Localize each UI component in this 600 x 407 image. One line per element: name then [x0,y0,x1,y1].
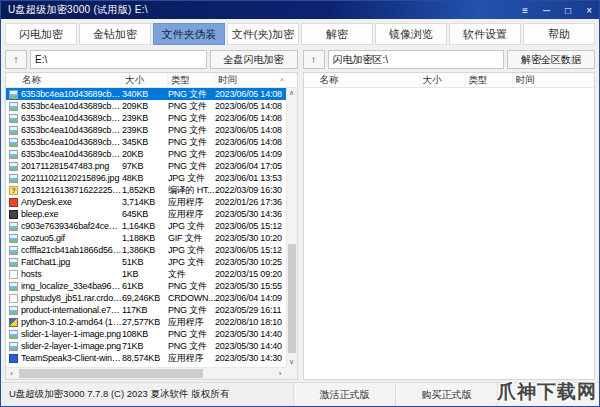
scroll-down-icon[interactable]: ∨ [287,357,297,367]
horizontal-scrollbar[interactable]: ‹ › [6,367,286,379]
zone-file-listbox: 名称 大小 类型 时间 [303,72,596,380]
menu-icon[interactable]: ≡ [522,5,528,16]
toolbar-tabs: 闪电加密金钻加密文件夹伪装文件(夹)加密解密镜像浏览软件设置帮助 [1,19,599,49]
file-date: 2023/06/05 14:08 [215,101,286,111]
table-row[interactable]: product-international.e74b5... 117KB PNG… [6,304,286,316]
tab-help[interactable]: 帮助 [523,23,595,45]
image-file-icon [9,246,18,255]
window-controls: ≡ ─ □ × [522,5,592,16]
file-size: 345KB [122,137,168,147]
image-file-icon [9,330,18,339]
file-size: 27,577KB [122,317,168,327]
file-name: ccfffa21cb41ab1866d5673e4... [21,245,122,255]
table-row[interactable]: 201312161387162222510.chm 1,852KB 编译的 HT… [6,184,286,196]
table-row[interactable]: 201711281547483.png 97KB PNG 文件 2023/06/… [6,160,286,172]
table-row[interactable]: 6353bc4ea10d43689cb983a... 20KB PNG 文件 2… [6,148,286,160]
image-file-icon [9,150,18,159]
watermark: 爪神下载网 [497,379,597,405]
file-name: 201312161387162222510.chm [21,185,122,195]
scroll-right-icon[interactable]: › [275,368,286,379]
column-header-name[interactable]: 名称 [6,73,122,87]
maximize-icon[interactable]: □ [565,5,571,16]
file-date: 2023/06/05 14:09 [215,149,286,159]
table-row[interactable]: slider-1-layer-1-image.png 108KB PNG 文件 … [6,328,286,340]
disk-path-input[interactable] [30,50,207,69]
titlebar: U盘超级加密3000 (试用版) E:\ ≡ ─ □ × [1,1,599,19]
close-icon[interactable]: × [586,5,592,16]
file-size: 71KB [122,341,168,351]
copyright-text: U盘超级加密3000 7.7.8 (C) 2023 夏冰软件 版权所有 [1,383,293,406]
tab-gold-encrypt[interactable]: 金钻加密 [79,23,151,45]
tab-flash-encrypt[interactable]: 闪电加密 [5,23,77,45]
table-row[interactable]: python-3.10.2-amd64 (1).exe 27,577KB 应用程… [6,316,286,328]
table-row[interactable]: caozuo5.gif 1,188KB GIF 文件 2023/05/30 10… [6,232,286,244]
file-name: 6353bc4ea10d43689cb983a... [21,113,122,123]
file-date: 2022/03/09 16:30 [215,185,286,195]
table-row[interactable]: slider-2-layer-1-image.png 71KB PNG 文件 2… [6,340,286,352]
purchase-button[interactable]: 购买正式版 [395,383,497,406]
table-row[interactable]: 6353bc4ea10d43689cb983a... 239KB PNG 文件 … [6,112,286,124]
tab-settings[interactable]: 软件设置 [449,23,521,45]
column-header-date[interactable]: 时间 [513,73,595,87]
tab-folder-disguise[interactable]: 文件夹伪装 [153,23,225,45]
image-file-icon [9,342,18,351]
tab-decrypt[interactable]: 解密 [301,23,373,45]
image-file-icon [9,102,18,111]
image-file-icon [9,114,18,123]
horizontal-scrollbar-thumb[interactable] [19,369,203,378]
column-header-size[interactable]: 大小 [122,73,168,87]
table-row[interactable]: bleep.exe 645KB 应用程序 2023/05/30 14:36 [6,208,286,220]
decrypt-all-button[interactable]: 解密全区数据 [507,50,595,69]
disk-panel: ↑ 全盘闪电加密 名称 大小 类型 时间 ^ 6353bc4ea10d43689… [5,50,298,380]
file-date: 2023/05/30 10:20 [215,233,286,243]
table-row[interactable]: 6353bc4ea10d43689cb983a... 209KB PNG 文件 … [6,100,286,112]
table-row[interactable]: TeamSpeak3-Client-win64-3... 88,574KB 应用… [6,352,286,364]
file-name: 6353bc4ea10d43689cb983a... [21,101,122,111]
activate-button[interactable]: 激活正式版 [293,383,395,406]
minimize-icon[interactable]: ─ [543,5,550,16]
file-size: 645KB [122,209,168,219]
table-row[interactable]: 202111021120215896.jpg 48KB JPG 文件 2023/… [6,172,286,184]
table-row[interactable]: hosts 1KB 文件 2022/03/15 09:20 [6,268,286,280]
tab-file-encrypt[interactable]: 文件(夹)加密 [227,23,299,45]
file-size: 1KB [122,269,168,279]
scroll-left-icon[interactable]: ‹ [6,368,17,379]
table-row[interactable]: 6353bc4ea10d43689cb983a... 340KB PNG 文件 … [6,88,286,100]
table-row[interactable]: FatChat1.jpg 51KB JPG 文件 2023/05/30 10:2… [6,256,286,268]
file-date: 2022/03/15 09:20 [215,269,286,279]
image-file-icon [9,222,18,231]
column-header-date[interactable]: 时间 [215,73,297,87]
scroll-up-icon[interactable]: ∧ [287,88,297,98]
file-name: 6353bc4ea10d43689cb983a... [21,137,122,147]
column-header-name[interactable]: 名称 [304,73,420,87]
table-row[interactable]: ccfffa21cb41ab1866d5673e4... 1,386KB JPG… [6,244,286,256]
encrypt-all-button[interactable]: 全盘闪电加密 [210,50,298,69]
disk-file-listbox: 名称 大小 类型 时间 ^ 6353bc4ea10d43689cb983a...… [5,72,298,380]
table-row[interactable]: img_localize_33e4ba965dab... 61KB PNG 文件… [6,280,286,292]
file-size: 1,188KB [122,233,168,243]
up-button-disk[interactable]: ↑ [5,50,27,69]
table-row[interactable]: 6353bc4ea10d43689cb983a... 345KB PNG 文件 … [6,136,286,148]
column-header-type[interactable]: 类型 [168,73,215,87]
vertical-scrollbar[interactable]: ∧ ∨ [286,88,297,367]
table-row[interactable]: phpstudy8_jb51.rar.crdownl... 69,246KB C… [6,292,286,304]
file-date: 2023/06/05 14:08 [215,137,286,147]
vertical-scrollbar-thumb[interactable] [288,244,296,353]
file-date: 2022/01/26 17:36 [215,197,286,207]
table-row[interactable]: c903e7639346baf24ce9d375... 1,164KB JPG … [6,220,286,232]
file-date: 2023/06/05 15:12 [215,245,286,255]
column-header-size[interactable]: 大小 [420,73,466,87]
file-size: 1,386KB [122,245,168,255]
file-name: hosts [21,269,122,279]
file-date: 2023/06/01 13:53 [215,173,286,183]
tab-image-browse[interactable]: 镜像浏览 [375,23,447,45]
table-row[interactable]: 6353bc4ea10d43689cb983a... 239KB PNG 文件 … [6,124,286,136]
table-row[interactable]: AnyDesk.exe 3,714KB 应用程序 2022/01/26 17:3… [6,196,286,208]
column-header-type[interactable]: 类型 [466,73,513,87]
file-size: 88,574KB [122,353,168,363]
plain-file-icon [9,294,18,303]
zone-path-input[interactable] [328,50,505,69]
up-button-zone[interactable]: ↑ [303,50,325,69]
sort-indicator-icon: ^ [280,73,283,88]
image-file-icon [9,234,18,243]
